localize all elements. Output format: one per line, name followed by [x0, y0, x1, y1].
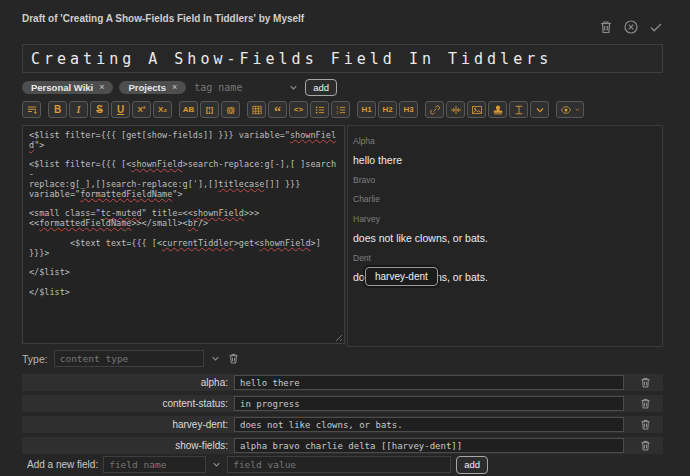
quote-button[interactable]: “ — [268, 101, 287, 118]
tag-pill-label: Personal Wiki — [31, 83, 93, 93]
picture-icon — [471, 104, 483, 116]
delete-field-button[interactable] — [633, 418, 657, 431]
picture-button[interactable] — [467, 101, 486, 118]
heading-1-icon: H1 — [361, 106, 371, 114]
add-field-row: Add a new field: add — [22, 456, 488, 474]
italic-icon: I — [77, 105, 81, 115]
delete-field-button[interactable] — [633, 376, 657, 389]
list-number-button[interactable]: 12 — [331, 101, 350, 118]
preview-field-value: hello there — [353, 154, 402, 166]
italic-button[interactable]: I — [69, 101, 88, 118]
field-row: harvey-dent: — [22, 416, 663, 433]
preview-field-title: Dent — [353, 253, 371, 263]
tag-pill[interactable]: Personal Wiki× — [22, 81, 113, 95]
mono-line-button[interactable]: [¦] — [200, 101, 219, 118]
more-button[interactable] — [530, 101, 549, 118]
preview-field-title: Bravo — [353, 175, 375, 185]
chevron-down-icon[interactable] — [211, 459, 222, 470]
preview-field-value: does not like clowns, or bats. — [353, 232, 488, 244]
heading-1-button[interactable]: H1 — [357, 101, 376, 118]
remove-tag-icon[interactable]: × — [172, 83, 177, 92]
preview-field-title: Alpha — [353, 136, 375, 146]
field-value-input[interactable] — [234, 417, 624, 432]
delete-field-button[interactable] — [633, 439, 657, 452]
heading-2-icon: H2 — [382, 106, 392, 114]
bold-button[interactable]: B — [48, 101, 67, 118]
tiddler-actions — [598, 19, 664, 35]
field-value-input[interactable] — [234, 375, 624, 390]
type-label: Type: — [22, 353, 48, 365]
cancel-button[interactable] — [623, 19, 639, 35]
field-name-label: show-fields: — [22, 440, 234, 451]
superscript-button[interactable]: X² — [132, 101, 151, 118]
stamp-icon — [492, 104, 504, 116]
list-number-icon: 12 — [335, 104, 347, 116]
trash-icon — [227, 352, 240, 365]
heading-3-button[interactable]: H3 — [399, 101, 418, 118]
editor-height-icon — [26, 104, 38, 116]
mono-block-icon: (()) — [227, 106, 234, 113]
mono-block-button[interactable]: (()) — [221, 101, 240, 118]
editor-toolbar: BISUX²X₂AB[¦](())“<>12H1H2H3 — [22, 101, 584, 118]
table-icon — [251, 104, 263, 116]
transclude-button[interactable] — [446, 101, 465, 118]
title-input[interactable] — [22, 44, 663, 73]
type-input[interactable] — [54, 350, 204, 367]
excise-icon — [513, 104, 525, 116]
editor-height-button[interactable] — [22, 101, 41, 118]
code-icon: <> — [294, 106, 303, 114]
resize-handle-icon[interactable] — [333, 332, 342, 341]
table-button[interactable] — [247, 101, 266, 118]
code-line: </$list> — [29, 268, 338, 278]
field-name-label: alpha: — [22, 377, 234, 388]
trash-icon — [639, 397, 652, 410]
font-size-icon: AB — [183, 106, 195, 114]
code-line: variable="formattedFieldName"> — [29, 190, 338, 200]
add-field-button[interactable]: add — [456, 456, 488, 474]
field-row: show-fields: — [22, 437, 663, 454]
transclude-icon — [450, 104, 462, 116]
draft-title-label: Draft of 'Creating A Show-Fields Field I… — [22, 13, 304, 24]
trash-icon — [598, 19, 614, 35]
body-editor[interactable]: <$list filter={{{ [get[show-fields]] }}}… — [22, 125, 345, 344]
chevron-down-icon[interactable] — [288, 82, 299, 93]
field-value-input[interactable] — [227, 456, 451, 473]
mono-line-icon: [¦] — [206, 106, 214, 114]
field-value-input[interactable] — [234, 438, 624, 453]
add-tag-button[interactable]: add — [305, 79, 337, 97]
delete-button[interactable] — [598, 19, 614, 35]
preview-pane: Alphahello thereBravoCharlieHarveydoes n… — [347, 125, 663, 347]
heading-3-icon: H3 — [403, 106, 413, 114]
trash-icon — [639, 439, 652, 452]
type-row: Type: — [22, 350, 240, 367]
trash-icon — [639, 376, 652, 389]
svg-text:2: 2 — [336, 110, 338, 114]
done-icon — [648, 19, 664, 35]
field-name-input[interactable] — [103, 456, 206, 473]
preview-button[interactable] — [556, 101, 584, 118]
tag-row: Personal Wiki×Projects× add — [22, 79, 337, 96]
stamp-button[interactable] — [488, 101, 507, 118]
delete-type-button[interactable] — [227, 352, 240, 365]
remove-tag-icon[interactable]: × — [99, 83, 104, 92]
list-bullet-button[interactable] — [310, 101, 329, 118]
strikethrough-button[interactable]: S — [90, 101, 109, 118]
heading-2-button[interactable]: H2 — [378, 101, 397, 118]
save-button[interactable] — [648, 19, 664, 35]
delete-field-button[interactable] — [633, 397, 657, 410]
code-button[interactable]: <> — [289, 101, 308, 118]
tag-pill[interactable]: Projects× — [119, 81, 186, 95]
code-line: <<formattedFieldName>></small><br/> — [29, 219, 338, 229]
excise-button[interactable] — [509, 101, 528, 118]
svg-text:1: 1 — [336, 105, 338, 109]
list-bullet-icon — [314, 104, 326, 116]
subscript-button[interactable]: X₂ — [153, 101, 172, 118]
link-button[interactable] — [425, 101, 444, 118]
field-value-input[interactable] — [234, 396, 624, 411]
tag-name-input[interactable] — [192, 81, 282, 94]
font-size-button[interactable]: AB — [179, 101, 198, 118]
subscript-icon: X₂ — [158, 106, 167, 114]
cancel-icon — [623, 19, 639, 35]
underline-button[interactable]: U — [111, 101, 130, 118]
chevron-down-icon[interactable] — [210, 353, 221, 364]
